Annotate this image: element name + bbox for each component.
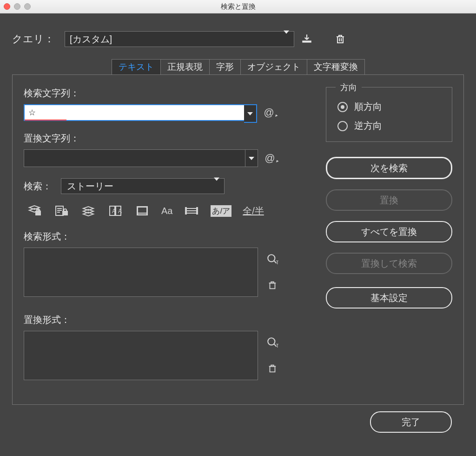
radio-backward[interactable]: 逆方向	[337, 120, 441, 132]
content-area: クエリ： [カスタム] テキスト 正規表現 字形 オブジェクト 文字種変換 検索…	[0, 13, 476, 456]
svg-rect-6	[63, 211, 67, 215]
save-query-icon[interactable]	[300, 32, 314, 46]
chevron-down-icon	[214, 181, 219, 192]
specify-find-format-icon[interactable]: T	[265, 252, 279, 266]
change-button: 置換	[326, 189, 452, 211]
whole-word-icon[interactable]	[184, 204, 199, 217]
fewer-options-button[interactable]: 基本設定	[326, 287, 452, 308]
svg-text:A: A	[112, 208, 116, 215]
chevron-down-icon	[284, 34, 289, 45]
scope-select[interactable]: ストーリー	[61, 178, 225, 194]
specify-change-format-icon[interactable]: T	[265, 335, 279, 349]
done-button[interactable]: 完了	[370, 411, 452, 433]
find-change-window: 検索と置換 クエリ： [カスタム] テキスト 正規表現 字形 オブジェクト 文字…	[0, 0, 476, 456]
radio-forward[interactable]: 順方向	[337, 101, 441, 113]
find-next-button[interactable]: 次を検索	[326, 157, 452, 179]
direction-group: 方向 順方向 逆方向	[326, 87, 452, 142]
scope-label: 検索：	[24, 180, 52, 193]
find-format-side: T	[265, 248, 279, 297]
traffic-lights	[4, 3, 31, 10]
svg-rect-16	[138, 214, 146, 215]
svg-text:A: A	[118, 208, 122, 215]
find-input-menu[interactable]	[244, 104, 257, 123]
left-column: 検索文字列： @▸ 置換文字列： @▸	[24, 87, 312, 380]
change-format-side: T	[265, 331, 279, 380]
titlebar: 検索と置換	[0, 0, 476, 13]
include-locked-stories-icon[interactable]	[53, 204, 69, 217]
include-hidden-layers-icon[interactable]	[80, 204, 96, 217]
tab-transliterate[interactable]: 文字種変換	[307, 59, 365, 74]
change-input[interactable]	[24, 149, 258, 167]
kana-sensitive-icon[interactable]: あ/ア	[211, 205, 231, 217]
tab-text[interactable]: テキスト	[112, 59, 161, 74]
special-char-menu-icon[interactable]: @▸	[264, 152, 275, 164]
clear-change-format-icon[interactable]	[265, 362, 279, 376]
clear-find-format-icon[interactable]	[265, 278, 279, 292]
done-row: 完了	[12, 405, 464, 433]
direction-legend: 方向	[336, 82, 362, 93]
change-row: @▸	[24, 149, 312, 167]
window-minimize-icon	[14, 3, 20, 10]
svg-text:T: T	[276, 343, 278, 349]
find-format-label: 検索形式：	[24, 230, 312, 243]
svg-rect-15	[138, 208, 146, 213]
find-row: @▸	[24, 104, 312, 121]
change-all-button[interactable]: すべてを置換	[326, 221, 452, 242]
width-sensitive-icon[interactable]: 全/半	[243, 205, 264, 217]
include-locked-layers-icon[interactable]	[26, 204, 42, 217]
svg-rect-17	[185, 208, 186, 214]
radio-icon	[337, 121, 348, 131]
query-select[interactable]: [カスタム]	[65, 31, 294, 47]
change-format-box: T	[24, 331, 312, 380]
find-input-wrap	[24, 104, 257, 121]
radio-backward-label: 逆方向	[354, 120, 382, 132]
change-format-label: 置換形式：	[24, 314, 312, 326]
svg-rect-21	[270, 283, 275, 288]
query-select-value: [カスタム]	[70, 33, 112, 46]
right-column: 方向 順方向 逆方向 次を検索 置換 すべてを置換 置換して検索 基本設定	[326, 87, 452, 380]
change-label: 置換文字列：	[24, 132, 312, 145]
tab-glyph[interactable]: 字形	[209, 59, 241, 74]
radio-icon	[337, 102, 348, 112]
window-zoom-icon	[24, 3, 31, 10]
radio-forward-label: 順方向	[354, 101, 382, 113]
spellcheck-underline	[25, 120, 66, 121]
find-format-box: T	[24, 248, 312, 297]
tab-panel: 検索文字列： @▸ 置換文字列： @▸	[12, 74, 464, 405]
change-format-area[interactable]	[24, 331, 258, 380]
tab-regex[interactable]: 正規表現	[160, 59, 210, 74]
svg-point-19	[268, 255, 275, 262]
delete-query-icon[interactable]	[333, 32, 347, 46]
find-label: 検索文字列：	[24, 87, 312, 100]
svg-rect-24	[270, 366, 275, 372]
tab-row: テキスト 正規表現 字形 オブジェクト 文字種変換	[12, 59, 464, 74]
window-close-icon[interactable]	[4, 3, 10, 10]
svg-rect-1	[337, 37, 343, 43]
window-title: 検索と置換	[0, 2, 476, 11]
svg-text:T: T	[276, 260, 278, 265]
query-label: クエリ：	[12, 32, 54, 46]
special-char-menu-icon[interactable]: @▸	[264, 107, 274, 119]
change-find-button: 置換して検索	[326, 253, 452, 274]
chevron-down-icon	[249, 157, 254, 160]
query-row: クエリ： [カスタム]	[12, 31, 464, 47]
option-icons: AA Aa あ/ア 全/半	[24, 204, 312, 217]
scope-select-value: ストーリー	[67, 180, 113, 193]
find-input[interactable]	[24, 104, 245, 121]
svg-rect-18	[197, 208, 198, 214]
include-master-pages-icon[interactable]: AA	[107, 204, 123, 217]
find-format-area[interactable]	[24, 248, 258, 297]
change-input-menu[interactable]	[245, 150, 258, 167]
include-footnotes-icon[interactable]	[134, 204, 150, 217]
svg-rect-0	[302, 40, 311, 42]
tab-object[interactable]: オブジェクト	[240, 59, 307, 74]
svg-rect-4	[36, 211, 40, 215]
chevron-down-icon	[247, 112, 253, 115]
svg-point-22	[268, 338, 275, 345]
case-sensitive-icon[interactable]: Aa	[161, 206, 172, 216]
scope-row: 検索： ストーリー	[24, 178, 312, 194]
